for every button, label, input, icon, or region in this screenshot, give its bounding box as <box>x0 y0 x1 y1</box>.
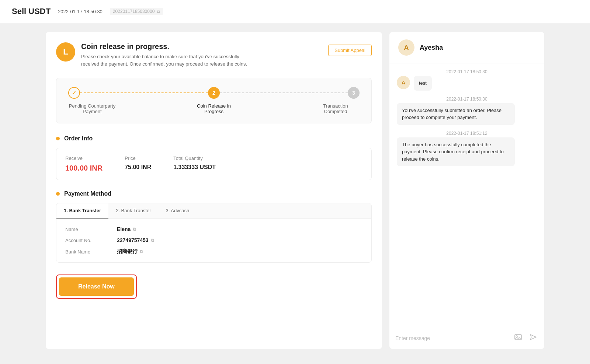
name-label: Name <box>65 227 110 232</box>
chat-avatar: A <box>398 39 414 56</box>
payment-name-row: Name Elena ⧉ <box>65 226 362 232</box>
status-content: Coin release in progress. Please check y… <box>81 42 328 67</box>
step-line-1 <box>80 92 208 93</box>
account-value: 22749757453 ⧉ <box>117 237 154 243</box>
order-id-text: 20220117185030000 <box>113 9 155 14</box>
step-3-label: Transaction Completed <box>312 103 360 114</box>
chat-send-button[interactable] <box>527 332 538 344</box>
steps-labels: Pending Counterparty Payment Coin Releas… <box>68 103 360 114</box>
bank-label: Bank Name <box>65 249 110 255</box>
order-info-row: Receive 100.00 INR Price 75.00 INR Total… <box>65 155 362 172</box>
payment-tab-3[interactable]: 3. Advcash <box>159 203 197 218</box>
order-quantity: Total Quantity 1.333333 USDT <box>173 155 216 172</box>
chat-system-1: 2022-01-17 18:50:30 You've successfully … <box>397 97 537 125</box>
chat-system-2: 2022-01-17 18:51:12 The buyer has succes… <box>397 131 537 167</box>
page-header: Sell USDT 2022-01-17 18:50:30 2022011718… <box>0 0 590 23</box>
payment-account-row: Account No. 22749757453 ⧉ <box>65 237 362 243</box>
chat-user-name: Ayesha <box>420 44 443 52</box>
chat-timestamp-sys-1: 2022-01-17 18:50:30 <box>397 97 537 102</box>
left-panel: L Coin release in progress. Please check… <box>46 32 382 349</box>
chat-message-1: 2022-01-17 18:50:30 A test <box>397 69 537 91</box>
chat-messages: 2022-01-17 18:50:30 A test 2022-01-17 18… <box>389 63 544 327</box>
payment-bank-row: Bank Name 招商银行 ⧉ <box>65 248 362 255</box>
payment-method-title: Payment Method <box>64 190 111 197</box>
payment-tab-2[interactable]: 2. Bank Transfer <box>108 203 158 218</box>
chat-header: A Ayesha <box>389 32 544 63</box>
release-now-button[interactable]: Release Now <box>59 277 134 296</box>
receive-label: Receive <box>65 155 103 161</box>
receive-value: 100.00 INR <box>65 164 103 172</box>
bank-text: 招商银行 <box>117 248 138 255</box>
header-order-id: 20220117185030000 ⧉ <box>110 8 163 15</box>
step-2-label: Coin Release in Progress <box>190 103 238 114</box>
msg-bubble-1: test <box>414 76 432 91</box>
status-top-row: Coin release in progress. Please check y… <box>81 42 372 67</box>
bank-value: 招商银行 ⧉ <box>117 248 143 255</box>
payment-method-header: Payment Method <box>56 190 372 197</box>
order-price: Price 75.00 INR <box>125 155 151 172</box>
copy-account-icon[interactable]: ⧉ <box>151 238 154 243</box>
order-info-box: Receive 100.00 INR Price 75.00 INR Total… <box>56 148 372 180</box>
copy-name-icon[interactable]: ⧉ <box>133 227 136 232</box>
msg-bubble-sys-1: You've successfully submitted an order. … <box>397 103 515 125</box>
chat-input[interactable] <box>395 335 509 341</box>
payment-details: Name Elena ⧉ Account No. 22749757453 ⧉ B… <box>56 219 371 262</box>
status-section: L Coin release in progress. Please check… <box>56 42 372 67</box>
copy-bank-icon[interactable]: ⧉ <box>140 249 143 254</box>
steps-row: ✓ 2 3 <box>68 87 360 99</box>
account-text: 22749757453 <box>117 237 149 243</box>
order-info-header: Order Info <box>56 135 372 142</box>
step-line-2 <box>220 92 348 93</box>
name-text: Elena <box>117 226 131 232</box>
steps-container: ✓ 2 3 Pending Counterparty Payment Coin … <box>56 78 372 123</box>
right-panel: A Ayesha 2022-01-17 18:50:30 A test 2022… <box>389 32 544 349</box>
quantity-label: Total Quantity <box>173 155 216 161</box>
msg-bubble-sys-2: The buyer has successfully completed the… <box>397 137 515 167</box>
chat-input-row <box>389 327 544 349</box>
step-3-circle: 3 <box>348 87 360 99</box>
quantity-value: 1.333333 USDT <box>173 164 216 171</box>
status-title: Coin release in progress. <box>81 42 328 51</box>
status-icon: L <box>56 42 75 62</box>
release-btn-wrapper: Release Now <box>56 274 137 299</box>
payment-tab-1[interactable]: 1. Bank Transfer <box>56 203 108 218</box>
step-1-label: Pending Counterparty Payment <box>68 103 116 114</box>
header-datetime: 2022-01-17 18:50:30 <box>58 9 103 14</box>
status-description: Please check your available balance to m… <box>81 53 258 67</box>
chat-msg-row-1: A test <box>397 76 537 91</box>
price-value: 75.00 INR <box>125 164 151 171</box>
price-label: Price <box>125 155 151 161</box>
account-label: Account No. <box>65 238 110 243</box>
order-info-dot <box>56 137 60 140</box>
msg-avatar-1: A <box>397 76 410 89</box>
name-value: Elena ⧉ <box>117 226 136 232</box>
order-info-title: Order Info <box>64 135 93 142</box>
page-title: Sell USDT <box>12 7 51 16</box>
chat-timestamp-1: 2022-01-17 18:50:30 <box>397 69 537 74</box>
payment-method-box: 1. Bank Transfer 2. Bank Transfer 3. Adv… <box>56 203 372 263</box>
main-layout: L Coin release in progress. Please check… <box>37 23 553 358</box>
step-1-circle: ✓ <box>68 87 80 99</box>
payment-method-dot <box>56 192 60 196</box>
copy-order-id-icon[interactable]: ⧉ <box>157 9 160 14</box>
order-receive: Receive 100.00 INR <box>65 155 103 172</box>
payment-tabs: 1. Bank Transfer 2. Bank Transfer 3. Adv… <box>56 203 371 219</box>
submit-appeal-button[interactable]: Submit Appeal <box>328 45 372 56</box>
chat-timestamp-sys-2: 2022-01-17 18:51:12 <box>397 131 537 136</box>
chat-image-button[interactable] <box>513 332 524 344</box>
step-2-circle: 2 <box>208 87 220 99</box>
